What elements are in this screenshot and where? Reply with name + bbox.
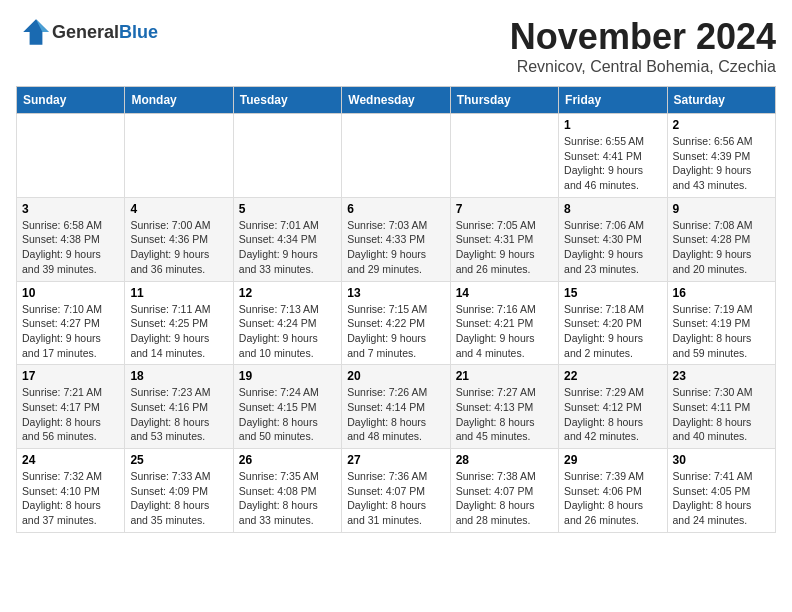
day-number: 2 [673, 118, 770, 132]
day-number: 14 [456, 286, 553, 300]
month-title: November 2024 [510, 16, 776, 58]
header-wednesday: Wednesday [342, 87, 450, 114]
day-number: 15 [564, 286, 661, 300]
table-row: 21Sunrise: 7:27 AM Sunset: 4:13 PM Dayli… [450, 365, 558, 449]
day-number: 26 [239, 453, 336, 467]
logo-text-general: General [52, 22, 119, 42]
day-number: 3 [22, 202, 119, 216]
table-row: 5Sunrise: 7:01 AM Sunset: 4:34 PM Daylig… [233, 197, 341, 281]
table-row: 22Sunrise: 7:29 AM Sunset: 4:12 PM Dayli… [559, 365, 667, 449]
day-info: Sunrise: 7:11 AM Sunset: 4:25 PM Dayligh… [130, 302, 227, 361]
day-info: Sunrise: 7:38 AM Sunset: 4:07 PM Dayligh… [456, 469, 553, 528]
day-info: Sunrise: 7:39 AM Sunset: 4:06 PM Dayligh… [564, 469, 661, 528]
day-number: 1 [564, 118, 661, 132]
table-row: 1Sunrise: 6:55 AM Sunset: 4:41 PM Daylig… [559, 114, 667, 198]
table-row: 12Sunrise: 7:13 AM Sunset: 4:24 PM Dayli… [233, 281, 341, 365]
table-row [17, 114, 125, 198]
day-info: Sunrise: 7:15 AM Sunset: 4:22 PM Dayligh… [347, 302, 444, 361]
day-number: 24 [22, 453, 119, 467]
table-row [342, 114, 450, 198]
day-number: 12 [239, 286, 336, 300]
day-info: Sunrise: 7:23 AM Sunset: 4:16 PM Dayligh… [130, 385, 227, 444]
day-info: Sunrise: 7:06 AM Sunset: 4:30 PM Dayligh… [564, 218, 661, 277]
logo-text-blue: Blue [119, 22, 158, 42]
table-row: 23Sunrise: 7:30 AM Sunset: 4:11 PM Dayli… [667, 365, 775, 449]
logo-icon [20, 16, 52, 48]
table-row: 4Sunrise: 7:00 AM Sunset: 4:36 PM Daylig… [125, 197, 233, 281]
table-row: 9Sunrise: 7:08 AM Sunset: 4:28 PM Daylig… [667, 197, 775, 281]
table-row: 10Sunrise: 7:10 AM Sunset: 4:27 PM Dayli… [17, 281, 125, 365]
header-sunday: Sunday [17, 87, 125, 114]
table-row: 17Sunrise: 7:21 AM Sunset: 4:17 PM Dayli… [17, 365, 125, 449]
table-row: 16Sunrise: 7:19 AM Sunset: 4:19 PM Dayli… [667, 281, 775, 365]
table-row: 11Sunrise: 7:11 AM Sunset: 4:25 PM Dayli… [125, 281, 233, 365]
day-info: Sunrise: 7:19 AM Sunset: 4:19 PM Dayligh… [673, 302, 770, 361]
table-row: 7Sunrise: 7:05 AM Sunset: 4:31 PM Daylig… [450, 197, 558, 281]
day-number: 25 [130, 453, 227, 467]
day-info: Sunrise: 7:26 AM Sunset: 4:14 PM Dayligh… [347, 385, 444, 444]
day-info: Sunrise: 6:58 AM Sunset: 4:38 PM Dayligh… [22, 218, 119, 277]
title-section: November 2024 Revnicov, Central Bohemia,… [510, 16, 776, 76]
table-row: 15Sunrise: 7:18 AM Sunset: 4:20 PM Dayli… [559, 281, 667, 365]
header-saturday: Saturday [667, 87, 775, 114]
day-number: 8 [564, 202, 661, 216]
day-number: 5 [239, 202, 336, 216]
day-info: Sunrise: 7:33 AM Sunset: 4:09 PM Dayligh… [130, 469, 227, 528]
day-number: 28 [456, 453, 553, 467]
day-info: Sunrise: 7:41 AM Sunset: 4:05 PM Dayligh… [673, 469, 770, 528]
day-info: Sunrise: 7:35 AM Sunset: 4:08 PM Dayligh… [239, 469, 336, 528]
table-row: 29Sunrise: 7:39 AM Sunset: 4:06 PM Dayli… [559, 449, 667, 533]
day-info: Sunrise: 7:36 AM Sunset: 4:07 PM Dayligh… [347, 469, 444, 528]
day-info: Sunrise: 6:55 AM Sunset: 4:41 PM Dayligh… [564, 134, 661, 193]
day-info: Sunrise: 7:30 AM Sunset: 4:11 PM Dayligh… [673, 385, 770, 444]
day-info: Sunrise: 7:32 AM Sunset: 4:10 PM Dayligh… [22, 469, 119, 528]
calendar-week-5: 24Sunrise: 7:32 AM Sunset: 4:10 PM Dayli… [17, 449, 776, 533]
day-info: Sunrise: 7:03 AM Sunset: 4:33 PM Dayligh… [347, 218, 444, 277]
day-info: Sunrise: 7:00 AM Sunset: 4:36 PM Dayligh… [130, 218, 227, 277]
day-number: 29 [564, 453, 661, 467]
calendar-week-2: 3Sunrise: 6:58 AM Sunset: 4:38 PM Daylig… [17, 197, 776, 281]
day-info: Sunrise: 7:08 AM Sunset: 4:28 PM Dayligh… [673, 218, 770, 277]
day-number: 4 [130, 202, 227, 216]
table-row: 2Sunrise: 6:56 AM Sunset: 4:39 PM Daylig… [667, 114, 775, 198]
day-info: Sunrise: 7:01 AM Sunset: 4:34 PM Dayligh… [239, 218, 336, 277]
day-number: 23 [673, 369, 770, 383]
day-info: Sunrise: 7:16 AM Sunset: 4:21 PM Dayligh… [456, 302, 553, 361]
day-info: Sunrise: 7:24 AM Sunset: 4:15 PM Dayligh… [239, 385, 336, 444]
table-row: 27Sunrise: 7:36 AM Sunset: 4:07 PM Dayli… [342, 449, 450, 533]
day-info: Sunrise: 7:29 AM Sunset: 4:12 PM Dayligh… [564, 385, 661, 444]
table-row: 14Sunrise: 7:16 AM Sunset: 4:21 PM Dayli… [450, 281, 558, 365]
day-number: 18 [130, 369, 227, 383]
header-tuesday: Tuesday [233, 87, 341, 114]
table-row: 30Sunrise: 7:41 AM Sunset: 4:05 PM Dayli… [667, 449, 775, 533]
day-info: Sunrise: 7:10 AM Sunset: 4:27 PM Dayligh… [22, 302, 119, 361]
table-row: 18Sunrise: 7:23 AM Sunset: 4:16 PM Dayli… [125, 365, 233, 449]
table-row: 24Sunrise: 7:32 AM Sunset: 4:10 PM Dayli… [17, 449, 125, 533]
header-monday: Monday [125, 87, 233, 114]
table-row: 20Sunrise: 7:26 AM Sunset: 4:14 PM Dayli… [342, 365, 450, 449]
header-thursday: Thursday [450, 87, 558, 114]
table-row: 25Sunrise: 7:33 AM Sunset: 4:09 PM Dayli… [125, 449, 233, 533]
day-number: 19 [239, 369, 336, 383]
day-info: Sunrise: 6:56 AM Sunset: 4:39 PM Dayligh… [673, 134, 770, 193]
day-number: 20 [347, 369, 444, 383]
day-number: 22 [564, 369, 661, 383]
table-row: 26Sunrise: 7:35 AM Sunset: 4:08 PM Dayli… [233, 449, 341, 533]
day-number: 21 [456, 369, 553, 383]
day-number: 11 [130, 286, 227, 300]
calendar-week-1: 1Sunrise: 6:55 AM Sunset: 4:41 PM Daylig… [17, 114, 776, 198]
table-row: 19Sunrise: 7:24 AM Sunset: 4:15 PM Dayli… [233, 365, 341, 449]
day-number: 17 [22, 369, 119, 383]
day-info: Sunrise: 7:13 AM Sunset: 4:24 PM Dayligh… [239, 302, 336, 361]
table-row: 8Sunrise: 7:06 AM Sunset: 4:30 PM Daylig… [559, 197, 667, 281]
header-row: Sunday Monday Tuesday Wednesday Thursday… [17, 87, 776, 114]
day-number: 10 [22, 286, 119, 300]
day-number: 9 [673, 202, 770, 216]
table-row: 6Sunrise: 7:03 AM Sunset: 4:33 PM Daylig… [342, 197, 450, 281]
day-number: 6 [347, 202, 444, 216]
calendar-week-4: 17Sunrise: 7:21 AM Sunset: 4:17 PM Dayli… [17, 365, 776, 449]
day-info: Sunrise: 7:27 AM Sunset: 4:13 PM Dayligh… [456, 385, 553, 444]
table-row [233, 114, 341, 198]
location-title: Revnicov, Central Bohemia, Czechia [510, 58, 776, 76]
day-info: Sunrise: 7:21 AM Sunset: 4:17 PM Dayligh… [22, 385, 119, 444]
